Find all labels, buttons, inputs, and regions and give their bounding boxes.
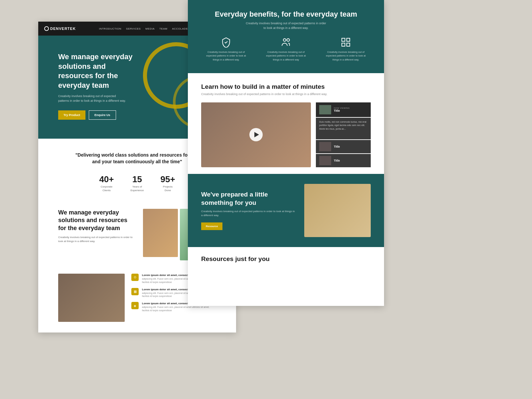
svg-rect-3 (347, 38, 350, 41)
manage-image-1 (143, 209, 178, 257)
hero-title: We manage everyday solutions and resourc… (58, 52, 135, 90)
try-product-button[interactable]: Try Product (58, 110, 85, 120)
benefits-title: Everyday benefits, for the everyday team (201, 10, 371, 19)
logo: DENVERTEK (44, 26, 76, 31)
svg-point-0 (283, 39, 286, 41)
grid-icon (340, 37, 351, 48)
feature-icon-3: ◈ (131, 302, 139, 309)
people-icon (281, 37, 291, 48)
prepared-desc: Creativity involves breaking out of expe… (201, 209, 296, 217)
now-viewing-item: NOW VIEWING Title (316, 102, 371, 117)
benefit-desc-3: Creativity involves breaking out of expe… (324, 50, 367, 62)
build-title: Learn how to build in a matter of minute… (201, 83, 371, 90)
nav-introduction[interactable]: INTRODUCTION (99, 27, 121, 30)
svg-rect-2 (342, 38, 345, 41)
benefit-item-2: Creativity involves breaking out of expe… (264, 37, 308, 62)
manage-title: We manage everyday solutions and resourc… (58, 209, 133, 232)
benefit-item-1: Creativity involves breaking out of expe… (204, 37, 248, 62)
now-viewing-thumbnail (319, 105, 331, 114)
stat-value-years: 15 (130, 174, 144, 185)
shield-check-icon (221, 37, 231, 48)
now-viewing-info: NOW VIEWING Title (334, 107, 367, 112)
video-thumbnail-2 (319, 156, 331, 165)
now-viewing-title: Title (334, 109, 367, 112)
video-player (201, 102, 311, 167)
resource-button[interactable]: Resource (201, 222, 222, 230)
video-list-item-1[interactable]: Title (316, 140, 371, 153)
stat-value-clients: 40+ (99, 174, 114, 185)
prepared-section: We've prepared a littlesomething for you… (188, 174, 384, 247)
stats-quote: "Delivering world class solutions and re… (71, 152, 204, 165)
video-list-item-2[interactable]: Title (316, 154, 371, 167)
nav-services[interactable]: SERVICES (126, 27, 141, 30)
nav-accolades[interactable]: ACCOLADES (172, 27, 190, 30)
benefits-icons: Creativity involves breaking out of expe… (201, 37, 371, 62)
build-subtitle: Creativity involves breaking out of expe… (201, 92, 371, 96)
video-item-title-1: Title (334, 145, 340, 148)
benefit-desc-2: Creativity involves breaking out of expe… (264, 50, 308, 62)
prepared-text: We've prepared a littlesomething for you… (201, 191, 296, 230)
prepared-title: We've prepared a littlesomething for you (201, 191, 296, 207)
nav-media[interactable]: MEDIA (145, 27, 155, 30)
stat-value-projects: 95+ (161, 174, 175, 185)
resources-section: Resources just for you (188, 247, 384, 269)
svg-rect-5 (347, 43, 350, 46)
stat-label-clients: CorporateClients (99, 185, 114, 192)
manage-text: We manage everyday solutions and resourc… (58, 209, 133, 243)
hero-subtitle: Creativity involves breaking out of expe… (58, 94, 126, 103)
benefits-subtitle: Creativity involves breaking out of expe… (201, 21, 371, 30)
benefit-desc-1: Creativity involves breaking out of expe… (204, 50, 248, 62)
stat-years-experience: 15 Years ofExperience (130, 174, 144, 192)
right-browser-window: Everyday benefits, for the everyday team… (188, 0, 384, 306)
build-section: Learn how to build in a matter of minute… (188, 73, 384, 174)
feature-desc-3: adipiscing elit. Fusce sem orci, placera… (142, 306, 216, 312)
feature-icon-1: ⊙ (131, 274, 139, 281)
svg-rect-4 (342, 43, 345, 46)
person-image-1 (143, 209, 178, 257)
play-button[interactable] (249, 128, 263, 141)
resources-title: Resources just for you (201, 255, 371, 263)
video-thumbnail-1 (319, 142, 331, 151)
stat-label-years: Years ofExperience (130, 185, 144, 192)
features-group-image (58, 274, 125, 322)
video-sidebar: NOW VIEWING Title Duis mollis, est non c… (316, 102, 371, 167)
logo-icon (44, 26, 49, 31)
feature-icon-2: ▦ (131, 288, 139, 295)
enquire-button[interactable]: Enquire Us (89, 110, 116, 120)
stat-projects-done: 95+ ProjectsDone (161, 174, 175, 192)
benefit-item-3: Creativity involves breaking out of expe… (324, 37, 367, 62)
video-container: NOW VIEWING Title Duis mollis, est non c… (201, 102, 371, 167)
video-desc-text: Duis mollis, est non commodo luctus, nis… (319, 120, 367, 131)
stat-label-projects: ProjectsDone (161, 185, 175, 192)
svg-point-1 (287, 39, 290, 41)
video-item-title-2: Title (334, 159, 340, 162)
prepared-image (304, 184, 371, 237)
video-description: Duis mollis, est non commodo luctus, nis… (316, 118, 371, 139)
nav-team[interactable]: TEAM (159, 27, 167, 30)
manage-desc: Creativity involves breaking out of expe… (58, 235, 133, 243)
stat-corporate-clients: 40+ CorporateClients (99, 174, 114, 192)
benefits-section: Everyday benefits, for the everyday team… (188, 0, 384, 73)
